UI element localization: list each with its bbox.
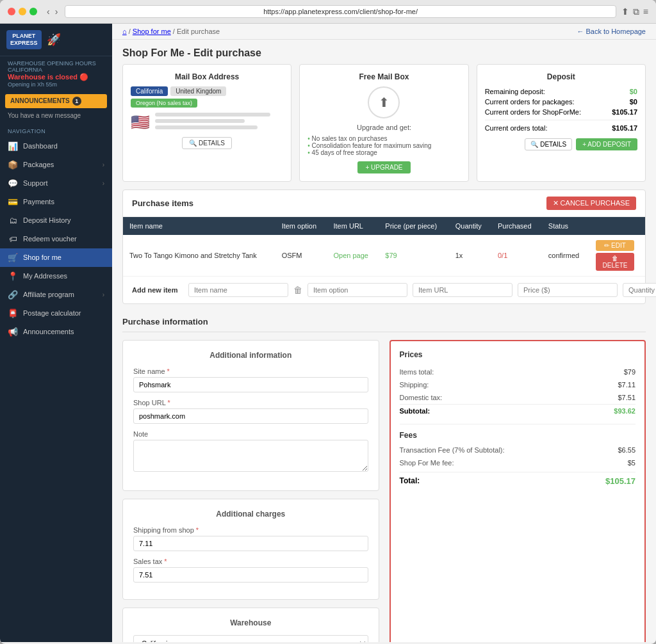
subtotal-value: $93.62 (614, 407, 636, 415)
domestic-tax-row: Domestic tax: $7.51 (400, 391, 636, 404)
deposit-actions: 🔍 DETAILS + ADD DEPOSIT (485, 138, 637, 150)
sidebar-item-affiliate[interactable]: 🔗 Affiliate program › (0, 286, 112, 304)
announcements-bar[interactable]: ANNOUNCEMENTS 1 (5, 94, 107, 108)
deposit-shop-label: Current orders for ShopForMe: (485, 108, 581, 116)
purchase-items-section: Purchase items ✕ CANCEL PURCHASE Item na… (122, 189, 646, 304)
sidebar-item-label: My Addresses (23, 272, 67, 280)
sidebar-item-deposit-history[interactable]: 🗂 Deposit History (0, 211, 112, 230)
page-title: Shop For Me - Edit purchase (112, 40, 656, 64)
warehouse-select[interactable]: California (133, 635, 368, 642)
browser-nav-arrows: ‹ › (45, 6, 60, 17)
back-arrow[interactable]: ‹ (45, 6, 52, 17)
delete-item-button[interactable]: 🗑 DELETE (596, 253, 634, 271)
cell-price: $79 (379, 235, 448, 277)
purchase-items-header: Purchase items ✕ CANCEL PURCHASE (123, 190, 645, 217)
sidebar-item-postage[interactable]: 📮 Postage calculator (0, 304, 112, 323)
sidebar-item-label: Affiliate program (23, 291, 74, 298)
maximize-button[interactable] (29, 8, 37, 15)
shipping-price-value: $7.11 (618, 381, 636, 389)
upgrade-title: Free Mail Box (308, 72, 460, 81)
add-deposit-button[interactable]: + ADD DEPOSIT (576, 138, 637, 150)
shipping-group: Shipping from shop * (133, 526, 368, 551)
open-page-link[interactable]: Open page (333, 252, 368, 259)
upgrade-icon: ⬆ (368, 86, 400, 118)
deposit-shop-row: Current orders for ShopForMe: $105.17 (485, 107, 637, 117)
deposit-remaining-value: $0 (630, 88, 637, 95)
total-label: Total: (400, 476, 420, 486)
deposit-details-button[interactable]: 🔍 DETAILS (525, 138, 572, 150)
deposit-packages-row: Current orders for packages: $0 (485, 97, 637, 107)
announcement-message: You have a new message (0, 111, 112, 120)
tab-california[interactable]: California (131, 86, 168, 96)
warehouse-section-label: WAREHOUSE OPENING HOURS CALIFORNIA (8, 60, 104, 73)
purchase-info-grid: Additional information Site name * (122, 340, 646, 642)
tab-oregon[interactable]: Oregon (No sales tax) (131, 99, 197, 108)
breadcrumb-home[interactable]: ⌂ (122, 28, 127, 35)
mailbox-details-button[interactable]: 🔍 DETAILS (182, 137, 232, 149)
upgrade-label: Upgrade and get: (308, 124, 460, 131)
tab-uk[interactable]: United Kingdom (170, 86, 226, 96)
warehouse-section: Warehouse California (122, 608, 379, 642)
feature-3: 45 days of free storage (308, 149, 460, 156)
item-quantity-input[interactable] (623, 283, 656, 297)
site-name-group: Site name * (133, 367, 368, 392)
additional-info-title: Additional information (133, 351, 368, 360)
shop-url-label: Shop URL * (133, 399, 368, 407)
deposit-remaining-label: Remaining deposit: (485, 88, 545, 95)
note-input[interactable] (133, 440, 368, 472)
sales-tax-group: Sales tax * (133, 558, 368, 583)
shipping-input[interactable] (133, 536, 368, 551)
prices-card: Prices Items total: $79 Shipping: $7.11 … (390, 340, 646, 642)
address-line-3 (155, 125, 258, 129)
sidebar-item-dashboard[interactable]: 📊 Dashboard (0, 137, 112, 156)
back-to-homepage[interactable]: ← Back to Homepage (577, 28, 646, 35)
sidebar-item-shop-for-me[interactable]: 🛒 Shop for me (0, 248, 112, 267)
col-item-url: Item URL (327, 217, 379, 235)
transaction-fee-label: Transaction Fee (7% of Subtotal): (400, 446, 505, 454)
shop-icon: 🛒 (8, 253, 18, 262)
edit-item-button[interactable]: ✏ EDIT (596, 240, 634, 251)
purchase-items-title: Purchase items (132, 198, 193, 208)
sidebar-item-label: Shop for me (23, 254, 62, 261)
sidebar-item-label: Postage calculator (23, 309, 81, 317)
sidebar-item-payments[interactable]: 💳 Payments (0, 193, 112, 211)
sidebar-item-announcements[interactable]: 📢 Announcements (0, 323, 112, 341)
close-button[interactable] (8, 8, 15, 15)
tabs-button[interactable]: ⧉ (633, 6, 639, 17)
sidebar-item-redeem-voucher[interactable]: 🏷 Redeem voucher (0, 230, 112, 248)
item-option-input[interactable] (308, 283, 407, 297)
sidebar-item-addresses[interactable]: 📍 My Addresses (0, 267, 112, 286)
item-url-input[interactable] (413, 283, 512, 297)
sidebar-item-packages[interactable]: 📦 Packages › (0, 156, 112, 174)
item-price-input[interactable] (518, 283, 618, 297)
sales-tax-input[interactable] (133, 567, 368, 583)
upgrade-button[interactable]: + UPGRADE (357, 161, 410, 173)
purchase-form-left: Additional information Site name * (122, 340, 379, 642)
sidebar-item-support[interactable]: 💬 Support › (0, 174, 112, 193)
main-content: ⌂ / Shop for me / Edit purchase ← Back t… (112, 24, 656, 642)
subtotal-label: Subtotal: (400, 407, 430, 415)
sidebar-item-label: Announcements (23, 328, 74, 335)
browser-actions: ⬆ ⧉ ≡ (621, 6, 648, 17)
address-bar[interactable]: https://app.planetexpress.com/client/sho… (65, 5, 616, 18)
shop-url-input[interactable] (133, 408, 368, 424)
share-button[interactable]: ⬆ (621, 6, 629, 17)
announcements-label: ANNOUNCEMENTS (10, 97, 70, 104)
affiliate-icon: 🔗 (8, 290, 18, 300)
site-name-input[interactable] (133, 377, 368, 392)
forward-arrow[interactable]: › (53, 6, 60, 17)
minimize-button[interactable] (19, 8, 26, 15)
shipping-price-label: Shipping: (400, 381, 429, 389)
required-mark: * (167, 399, 170, 407)
menu-button[interactable]: ≡ (643, 6, 648, 17)
item-name-input[interactable] (188, 283, 288, 297)
address-area: 🇺🇸 (131, 113, 283, 132)
traffic-lights (8, 8, 37, 15)
voucher-icon: 🏷 (8, 234, 18, 244)
col-purchased: Purchased (491, 217, 542, 235)
breadcrumb-shop[interactable]: Shop for me (133, 28, 171, 35)
cell-purchased: 0/1 (491, 235, 542, 277)
cancel-purchase-button[interactable]: ✕ CANCEL PURCHASE (546, 197, 636, 210)
address-line-2 (155, 119, 245, 123)
warehouse-info: WAREHOUSE OPENING HOURS CALIFORNIA Wareh… (0, 56, 112, 92)
